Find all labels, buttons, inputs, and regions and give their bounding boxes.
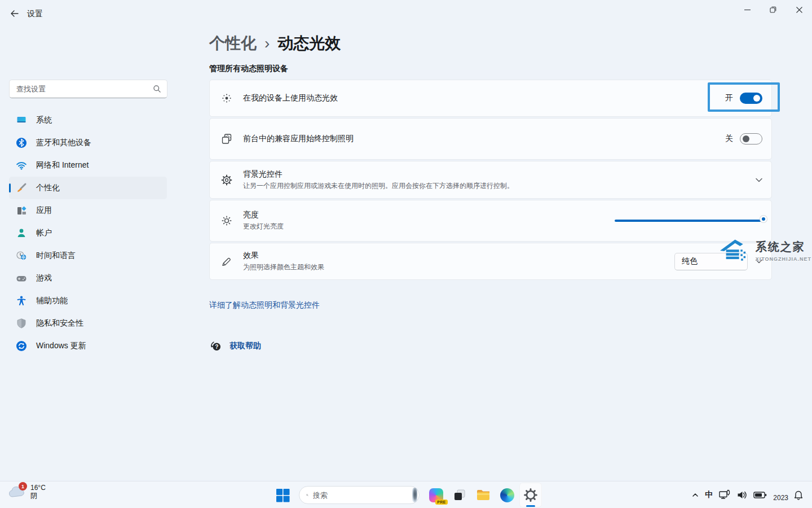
sidebar-item-personalization[interactable]: 个性化 [9, 177, 167, 199]
dynamic-lighting-toggle[interactable] [740, 93, 762, 104]
toggle-knob [753, 95, 760, 102]
network-tray-button[interactable] [716, 484, 734, 506]
chevron-down-icon[interactable] [756, 259, 762, 264]
settings-app-button[interactable] [519, 483, 542, 507]
setting-subtitle: 更改灯光亮度 [243, 222, 615, 231]
sidebar-item-apps[interactable]: 应用 [9, 199, 167, 222]
sidebar-item-privacy-security[interactable]: 隐私和安全性 [9, 312, 167, 335]
setting-title: 前台中的兼容应用始终控制照明 [243, 134, 725, 144]
restore-button[interactable] [760, 0, 786, 19]
setting-title: 在我的设备上使用动态光效 [243, 93, 725, 103]
restore-icon [770, 6, 776, 13]
sidebar-item-label: 时间和语言 [36, 251, 76, 261]
taskbar: 1 16°C 阴 PRE [0, 481, 812, 508]
sidebar-item-system[interactable]: 系统 [9, 109, 167, 132]
sidebar-item-windows-update[interactable]: Windows 更新 [9, 335, 167, 357]
taskbar-search-input[interactable] [313, 491, 412, 500]
input-method-indicator[interactable]: 中 [702, 484, 716, 506]
get-help-link[interactable]: 获取帮助 [230, 341, 261, 351]
svg-text:?: ? [215, 344, 218, 350]
bell-icon [793, 490, 804, 501]
app-title: 设置 [27, 9, 43, 19]
account-person-icon [16, 227, 27, 239]
get-help-icon: ? [209, 339, 222, 352]
sidebar-item-label: 蓝牙和其他设备 [36, 138, 91, 148]
tray-chevron-up-button[interactable] [689, 484, 702, 506]
toggle-knob [743, 135, 749, 142]
section-header: 管理所有动态照明设备 [209, 64, 288, 74]
file-explorer-button[interactable] [472, 483, 495, 507]
back-button[interactable] [6, 5, 24, 23]
toggle-state-label: 关 [725, 134, 733, 144]
network-icon [718, 489, 731, 501]
setting-title: 效果 [243, 251, 674, 261]
start-button[interactable] [271, 483, 294, 507]
apps-icon [16, 205, 27, 216]
edge-browser-button[interactable] [496, 483, 518, 507]
weather-widget[interactable]: 1 16°C 阴 [8, 483, 46, 500]
search-highlight-thumbnail [412, 488, 417, 502]
sidebar-item-label: 网络和 Internet [36, 160, 89, 170]
windows-update-icon [16, 340, 27, 352]
card-background-light-controls[interactable]: 背景光控件 让另一个应用控制应用或游戏未在使用时的照明。应用会按你在下方选择的顺… [209, 161, 772, 199]
page-title: 动态光效 [277, 34, 341, 52]
close-icon [796, 7, 802, 13]
sidebar-item-accessibility[interactable]: 辅助功能 [9, 290, 167, 312]
sidebar: 系统 蓝牙和其他设备 网络和 Internet 个性化 应用 帐户 时间和语言 [0, 27, 176, 481]
slider-track [615, 220, 762, 222]
brightness-sun-icon [220, 214, 233, 227]
learn-more-link[interactable]: 详细了解动态照明和背景光控件 [209, 300, 320, 310]
copilot-button[interactable]: PRE [425, 483, 447, 507]
sidebar-nav: 系统 蓝牙和其他设备 网络和 Internet 个性化 应用 帐户 时间和语言 [9, 109, 167, 357]
minimize-icon [744, 7, 751, 13]
speaker-icon [736, 490, 748, 500]
settings-search-box[interactable] [9, 80, 167, 98]
sidebar-item-label: 帐户 [36, 228, 52, 238]
sidebar-item-time-language[interactable]: 时间和语言 [9, 244, 167, 267]
settings-search-input[interactable] [16, 85, 153, 93]
sidebar-item-accounts[interactable]: 帐户 [9, 222, 167, 244]
task-view-icon [453, 488, 466, 502]
notifications-button[interactable] [791, 484, 806, 506]
setting-title: 亮度 [243, 210, 615, 220]
shield-icon [16, 318, 27, 329]
setting-subtitle: 为照明选择颜色主题和效果 [243, 262, 674, 272]
card-effects: 效果 为照明选择颜色主题和效果 纯色 [209, 243, 772, 280]
chevron-up-icon [691, 491, 699, 499]
breadcrumb-parent[interactable]: 个性化 [209, 34, 257, 52]
sidebar-item-label: 辅助功能 [36, 296, 68, 306]
sidebar-item-label: Windows 更新 [36, 341, 86, 351]
sidebar-item-network[interactable]: 网络和 Internet [9, 154, 167, 177]
effects-dropdown[interactable]: 纯色 [674, 253, 748, 270]
effects-dropdown-value: 纯色 [682, 256, 698, 266]
search-icon [153, 85, 161, 93]
sidebar-item-label: 隐私和安全性 [36, 318, 83, 329]
edge-icon [500, 488, 514, 502]
chevron-down-icon[interactable] [756, 178, 762, 182]
weather-temperature: 16°C [30, 484, 46, 492]
tray-date[interactable]: 2023 [773, 494, 788, 502]
brightness-slider[interactable] [615, 215, 762, 226]
personalization-brush-icon [16, 182, 27, 194]
accessibility-icon [16, 295, 27, 306]
minimize-button[interactable] [734, 0, 760, 19]
setting-subtitle: 让另一个应用控制应用或游戏未在使用时的照明。应用会按你在下方选择的顺序进行控制。 [243, 181, 756, 191]
task-view-button[interactable] [448, 483, 471, 507]
taskbar-search-box[interactable] [299, 486, 420, 504]
back-arrow-icon [10, 9, 19, 18]
sidebar-item-gaming[interactable]: 游戏 [9, 267, 167, 290]
slider-knob[interactable] [760, 216, 767, 222]
battery-tray-button[interactable] [751, 484, 770, 506]
card-foreground-apps-control: 前台中的兼容应用始终控制照明 关 [209, 118, 772, 160]
battery-icon [753, 491, 767, 500]
settings-gear-icon [523, 488, 538, 502]
close-button[interactable] [786, 0, 812, 19]
compatible-apps-icon [220, 133, 233, 145]
foreground-apps-toggle[interactable] [740, 133, 762, 144]
windows-start-icon [276, 488, 290, 502]
sidebar-item-bluetooth-devices[interactable]: 蓝牙和其他设备 [9, 132, 167, 154]
bluetooth-icon [16, 137, 27, 148]
toggle-state-label: 开 [725, 93, 733, 103]
sidebar-item-label: 游戏 [36, 273, 52, 283]
volume-tray-button[interactable] [734, 484, 751, 506]
